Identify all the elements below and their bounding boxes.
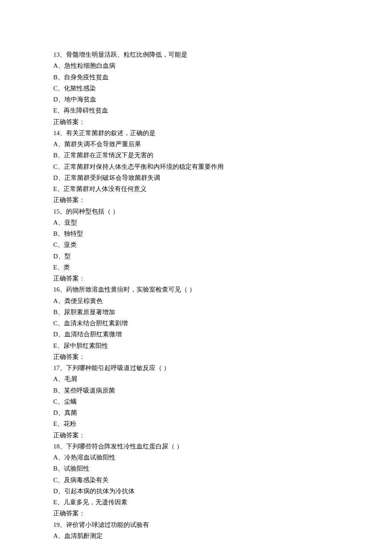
question-18: 18、下列哪些符合阵发性冷性血红蛋白尿（ ） A、冷热溶血试验阳性 B、试验阳性… — [53, 441, 339, 519]
option-b: B、尿胆素原显著增加 — [53, 306, 339, 318]
option-e: E、正常菌群对人体没有任何意义 — [53, 183, 339, 194]
answer-label: 正确答案： — [53, 351, 339, 362]
question-text: 17、下列哪种能引起呼吸道过敏反应（ ） — [53, 362, 339, 373]
question-17: 17、下列哪种能引起呼吸道过敏反应（ ） A、毛屑 B、某些呼吸道病原菌 C、尘… — [53, 362, 339, 441]
question-19: 19、评价肾小球滤过功能的试验有 A、血清肌酐测定 — [53, 519, 339, 542]
option-d: D、引起本病的抗体为冷抗体 — [53, 486, 339, 497]
option-e: E、花粉 — [53, 418, 339, 429]
option-b: B、试验阳性 — [53, 463, 339, 474]
question-text: 13、骨髓增生明显活跃、粒红比例降低，可能是 — [53, 49, 339, 60]
option-a: A、粪便呈棕黄色 — [53, 295, 339, 306]
answer-label: 正确答案： — [53, 273, 339, 284]
option-e: E、尿中胆红素阳性 — [53, 340, 339, 351]
option-c: C、及病毒感染有关 — [53, 474, 339, 486]
option-e: E、再生障碍性贫血 — [53, 105, 339, 116]
option-c: C、血清未结合胆红素剧增 — [53, 318, 339, 329]
option-d: D、型 — [53, 251, 339, 262]
question-15: 15、的同种型包括（ ） A、亚型 B、独特型 C、亚类 D、型 E、类 正确答… — [53, 206, 339, 284]
option-a: A、菌群失调不会导致严重后果 — [53, 139, 339, 150]
option-b: B、独特型 — [53, 228, 339, 239]
question-16: 16、药物所致溶血性黄疸时，实验室检查可见（ ） A、粪便呈棕黄色 B、尿胆素原… — [53, 284, 339, 362]
option-c: C、化脓性感染 — [53, 83, 339, 94]
option-b: B、正常菌群在正常情况下是无害的 — [53, 150, 339, 161]
question-text: 15、的同种型包括（ ） — [53, 206, 339, 217]
option-d: D、地中海贫血 — [53, 94, 339, 105]
option-d: D、血清结合胆红素微增 — [53, 329, 339, 340]
question-text: 19、评价肾小球滤过功能的试验有 — [53, 519, 339, 530]
option-e: E、儿童多见，无遗传因素 — [53, 497, 339, 508]
option-c: C、正常菌群对保持人体生态平衡和内环境的稳定有重要作用 — [53, 161, 339, 172]
question-14: 14、有关正常菌群的叙述，正确的是 A、菌群失调不会导致严重后果 B、正常菌群在… — [53, 127, 339, 206]
answer-label: 正确答案： — [53, 430, 339, 441]
option-a: A、急性粒细胞白血病 — [53, 60, 339, 71]
answer-label: 正确答案： — [53, 508, 339, 519]
option-d: D、正常菌群受到破坏会导致菌群失调 — [53, 172, 339, 183]
answer-label: 正确答案： — [53, 194, 339, 205]
option-c: C、尘螨 — [53, 396, 339, 407]
option-a: A、血清肌酐测定 — [53, 530, 339, 541]
question-text: 14、有关正常菌群的叙述，正确的是 — [53, 127, 339, 139]
question-text: 18、下列哪些符合阵发性冷性血红蛋白尿（ ） — [53, 441, 339, 452]
option-a: A、冷热溶血试验阳性 — [53, 452, 339, 463]
option-e: E、类 — [53, 262, 339, 273]
option-a: A、毛屑 — [53, 373, 339, 384]
answer-label: 正确答案： — [53, 116, 339, 127]
option-b: B、某些呼吸道病原菌 — [53, 385, 339, 396]
document-content: 13、骨髓增生明显活跃、粒红比例降低，可能是 A、急性粒细胞白血病 B、自身免疫… — [53, 49, 339, 541]
option-c: C、亚类 — [53, 239, 339, 250]
question-13: 13、骨髓增生明显活跃、粒红比例降低，可能是 A、急性粒细胞白血病 B、自身免疫… — [53, 49, 339, 127]
option-d: D、真菌 — [53, 407, 339, 418]
question-text: 16、药物所致溶血性黄疸时，实验室检查可见（ ） — [53, 284, 339, 295]
option-a: A、亚型 — [53, 217, 339, 228]
option-b: B、自身免疫性贫血 — [53, 72, 339, 83]
